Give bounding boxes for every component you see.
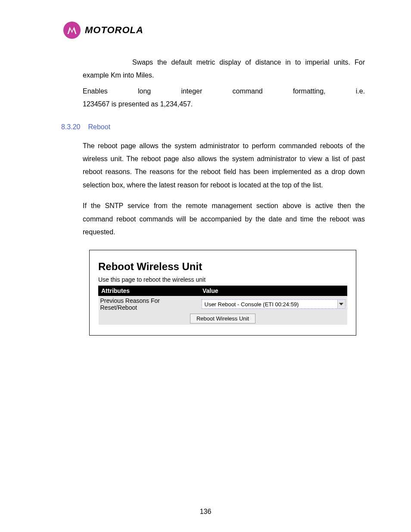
reboot-wireless-unit-button[interactable]: Reboot Wireless Unit (190, 314, 255, 324)
page-number: 136 (0, 508, 411, 516)
button-row: Reboot Wireless Unit (99, 312, 347, 325)
attributes-table: Attributes Value Previous Reasons For Re… (98, 286, 347, 325)
paragraph-metric-display: Swaps the default metric display of dist… (83, 56, 365, 82)
section-title: Reboot (88, 123, 110, 131)
row-value-cell: User Reboot - Console (ETI 00:24:59) (200, 296, 347, 313)
row-label: Previous Reasons For Reset/Reboot (99, 296, 200, 313)
select-value-text: User Reboot - Console (ETI 00:24:59) (202, 300, 337, 308)
document-page: MOTOROLA Swaps the default metric displa… (0, 0, 411, 532)
para2-lead: Enables long integer command formatting,… (83, 85, 365, 98)
paragraph-sntp-note: If the SNTP service from the remote mana… (83, 199, 365, 239)
previous-reasons-select[interactable]: User Reboot - Console (ETI 00:24:59) (202, 299, 346, 309)
table-header-row: Attributes Value (99, 286, 347, 296)
section-heading-row: 8.3.20 Reboot (61, 123, 365, 131)
embedded-screenshot: Reboot Wireless Unit Use this page to re… (89, 250, 356, 336)
paragraph-long-integer: Enables long integer command formatting,… (83, 85, 365, 111)
screenshot-subtitle: Use this page to reboot the wireless uni… (98, 276, 347, 283)
brand-header: MOTOROLA (63, 22, 365, 39)
col-header-attributes: Attributes (99, 286, 200, 296)
col-header-value: Value (200, 286, 347, 296)
screenshot-title: Reboot Wireless Unit (98, 261, 347, 273)
table-row: Previous Reasons For Reset/Reboot User R… (99, 296, 347, 313)
para2-rest: 1234567 is presented as 1,234,457. (83, 100, 193, 108)
section-number: 8.3.20 (61, 123, 80, 131)
paragraph-reboot-description: The reboot page allows the system admini… (83, 140, 365, 192)
chevron-down-icon (337, 300, 345, 308)
brand-wordmark: MOTOROLA (85, 25, 143, 36)
motorola-logo-icon (63, 22, 81, 39)
